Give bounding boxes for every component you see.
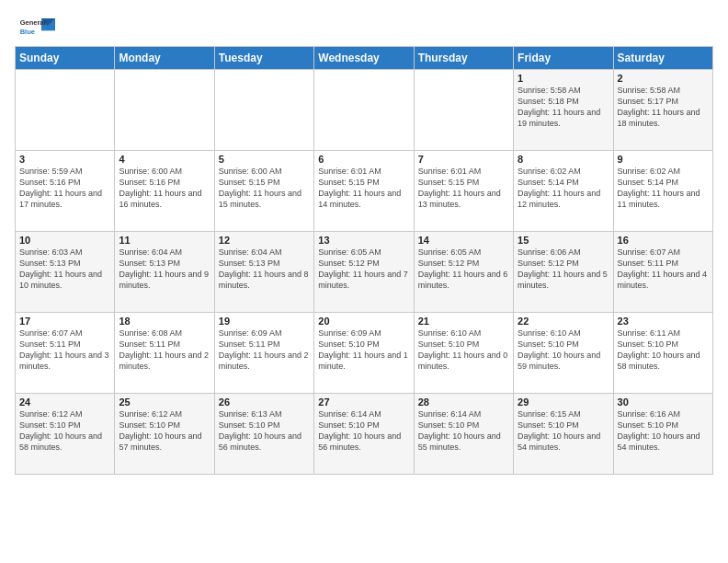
day-info: Sunrise: 6:03 AM Sunset: 5:13 PM Dayligh… (19, 247, 110, 292)
calendar-cell: 28Sunrise: 6:14 AM Sunset: 5:10 PM Dayli… (414, 394, 513, 475)
day-info: Sunrise: 6:14 AM Sunset: 5:10 PM Dayligh… (318, 408, 409, 454)
calendar-week-row: 1Sunrise: 5:58 AM Sunset: 5:18 PM Daylig… (16, 70, 713, 151)
calendar-cell: 2Sunrise: 5:58 AM Sunset: 5:17 PM Daylig… (613, 70, 712, 151)
calendar-cell: 1Sunrise: 5:58 AM Sunset: 5:18 PM Daylig… (514, 70, 613, 151)
logo-icon: General Blue (18, 15, 55, 40)
calendar-cell: 6Sunrise: 6:01 AM Sunset: 5:15 PM Daylig… (314, 151, 414, 232)
calendar-cell (314, 70, 414, 151)
day-number: 9 (618, 154, 709, 165)
calendar-cell: 3Sunrise: 5:59 AM Sunset: 5:16 PM Daylig… (16, 151, 115, 232)
calendar-cell: 7Sunrise: 6:01 AM Sunset: 5:15 PM Daylig… (414, 151, 513, 232)
day-info: Sunrise: 6:15 AM Sunset: 5:10 PM Dayligh… (518, 408, 609, 454)
calendar-cell: 10Sunrise: 6:03 AM Sunset: 5:13 PM Dayli… (16, 232, 115, 313)
day-info: Sunrise: 6:16 AM Sunset: 5:10 PM Dayligh… (618, 408, 709, 454)
calendar-week-row: 24Sunrise: 6:12 AM Sunset: 5:10 PM Dayli… (16, 394, 713, 475)
calendar-table: SundayMondayTuesdayWednesdayThursdayFrid… (15, 46, 713, 475)
day-number: 18 (119, 316, 210, 327)
day-number: 11 (119, 235, 210, 246)
calendar-cell: 5Sunrise: 6:00 AM Sunset: 5:15 PM Daylig… (214, 151, 313, 232)
day-info: Sunrise: 6:08 AM Sunset: 5:11 PM Dayligh… (119, 327, 210, 373)
calendar-cell: 22Sunrise: 6:10 AM Sunset: 5:10 PM Dayli… (514, 313, 613, 394)
day-info: Sunrise: 6:14 AM Sunset: 5:10 PM Dayligh… (418, 408, 509, 454)
day-number: 4 (119, 154, 210, 165)
day-number: 7 (418, 154, 509, 165)
day-number: 23 (618, 316, 709, 327)
day-info: Sunrise: 6:12 AM Sunset: 5:10 PM Dayligh… (19, 408, 110, 454)
day-number: 20 (318, 316, 409, 327)
calendar-cell: 9Sunrise: 6:02 AM Sunset: 5:14 PM Daylig… (613, 151, 712, 232)
day-number: 19 (219, 316, 310, 327)
calendar-cell: 8Sunrise: 6:02 AM Sunset: 5:14 PM Daylig… (514, 151, 613, 232)
day-info: Sunrise: 6:13 AM Sunset: 5:10 PM Dayligh… (219, 408, 310, 454)
day-info: Sunrise: 6:07 AM Sunset: 5:11 PM Dayligh… (618, 247, 709, 292)
weekday-header-wednesday: Wednesday (314, 47, 414, 70)
day-number: 8 (518, 154, 609, 165)
calendar-cell: 12Sunrise: 6:04 AM Sunset: 5:13 PM Dayli… (214, 232, 313, 313)
day-info: Sunrise: 6:05 AM Sunset: 5:12 PM Dayligh… (318, 247, 409, 292)
day-info: Sunrise: 6:04 AM Sunset: 5:13 PM Dayligh… (219, 247, 310, 292)
logo: General Blue (15, 15, 55, 40)
day-info: Sunrise: 5:59 AM Sunset: 5:16 PM Dayligh… (19, 166, 110, 211)
day-info: Sunrise: 6:04 AM Sunset: 5:13 PM Dayligh… (119, 247, 210, 292)
calendar-cell: 19Sunrise: 6:09 AM Sunset: 5:11 PM Dayli… (214, 313, 313, 394)
day-info: Sunrise: 6:07 AM Sunset: 5:11 PM Dayligh… (19, 327, 110, 373)
weekday-header-tuesday: Tuesday (214, 47, 313, 70)
weekday-header-thursday: Thursday (414, 47, 513, 70)
day-number: 3 (19, 154, 110, 165)
calendar-cell: 11Sunrise: 6:04 AM Sunset: 5:13 PM Dayli… (115, 232, 214, 313)
day-number: 5 (219, 154, 310, 165)
day-info: Sunrise: 5:58 AM Sunset: 5:17 PM Dayligh… (618, 85, 709, 130)
day-info: Sunrise: 6:09 AM Sunset: 5:11 PM Dayligh… (219, 327, 310, 373)
calendar-cell: 29Sunrise: 6:15 AM Sunset: 5:10 PM Dayli… (514, 394, 613, 475)
calendar-cell: 16Sunrise: 6:07 AM Sunset: 5:11 PM Dayli… (613, 232, 712, 313)
calendar-cell: 26Sunrise: 6:13 AM Sunset: 5:10 PM Dayli… (214, 394, 313, 475)
calendar-cell: 4Sunrise: 6:00 AM Sunset: 5:16 PM Daylig… (115, 151, 214, 232)
calendar-cell: 30Sunrise: 6:16 AM Sunset: 5:10 PM Dayli… (613, 394, 712, 475)
day-number: 1 (518, 73, 609, 84)
calendar-cell (16, 70, 115, 151)
calendar-cell (214, 70, 313, 151)
day-number: 24 (19, 396, 110, 408)
calendar-week-row: 17Sunrise: 6:07 AM Sunset: 5:11 PM Dayli… (16, 313, 713, 394)
day-info: Sunrise: 6:09 AM Sunset: 5:10 PM Dayligh… (318, 327, 409, 373)
day-info: Sunrise: 6:00 AM Sunset: 5:16 PM Dayligh… (119, 166, 210, 211)
calendar-cell: 15Sunrise: 6:06 AM Sunset: 5:12 PM Dayli… (514, 232, 613, 313)
day-number: 6 (318, 154, 409, 165)
day-info: Sunrise: 6:10 AM Sunset: 5:10 PM Dayligh… (518, 327, 609, 373)
day-number: 14 (418, 235, 509, 246)
day-info: Sunrise: 5:58 AM Sunset: 5:18 PM Dayligh… (518, 85, 609, 130)
calendar-week-row: 10Sunrise: 6:03 AM Sunset: 5:13 PM Dayli… (16, 232, 713, 313)
calendar-cell: 20Sunrise: 6:09 AM Sunset: 5:10 PM Dayli… (314, 313, 414, 394)
weekday-header-saturday: Saturday (613, 47, 712, 70)
calendar-cell: 27Sunrise: 6:14 AM Sunset: 5:10 PM Dayli… (314, 394, 414, 475)
svg-text:General: General (20, 19, 46, 28)
calendar-cell: 18Sunrise: 6:08 AM Sunset: 5:11 PM Dayli… (115, 313, 214, 394)
day-info: Sunrise: 6:02 AM Sunset: 5:14 PM Dayligh… (518, 166, 609, 211)
day-number: 28 (418, 396, 509, 408)
calendar-cell: 21Sunrise: 6:10 AM Sunset: 5:10 PM Dayli… (414, 313, 513, 394)
day-number: 2 (618, 73, 709, 84)
calendar-cell: 14Sunrise: 6:05 AM Sunset: 5:12 PM Dayli… (414, 232, 513, 313)
day-number: 12 (219, 235, 310, 246)
day-number: 25 (119, 396, 210, 408)
day-info: Sunrise: 6:05 AM Sunset: 5:12 PM Dayligh… (418, 247, 509, 292)
day-info: Sunrise: 6:12 AM Sunset: 5:10 PM Dayligh… (119, 408, 210, 454)
day-number: 15 (518, 235, 609, 246)
calendar-cell: 25Sunrise: 6:12 AM Sunset: 5:10 PM Dayli… (115, 394, 214, 475)
day-info: Sunrise: 6:10 AM Sunset: 5:10 PM Dayligh… (418, 327, 509, 373)
day-info: Sunrise: 6:11 AM Sunset: 5:10 PM Dayligh… (618, 327, 709, 373)
day-info: Sunrise: 6:00 AM Sunset: 5:15 PM Dayligh… (219, 166, 310, 211)
day-number: 27 (318, 396, 409, 408)
svg-text:Blue: Blue (20, 28, 35, 36)
day-number: 10 (19, 235, 110, 246)
day-number: 13 (318, 235, 409, 246)
day-info: Sunrise: 6:01 AM Sunset: 5:15 PM Dayligh… (418, 166, 509, 211)
day-info: Sunrise: 6:02 AM Sunset: 5:14 PM Dayligh… (618, 166, 709, 211)
calendar-week-row: 3Sunrise: 5:59 AM Sunset: 5:16 PM Daylig… (16, 151, 713, 232)
weekday-header-monday: Monday (115, 47, 214, 70)
day-info: Sunrise: 6:06 AM Sunset: 5:12 PM Dayligh… (518, 247, 609, 292)
day-number: 26 (219, 396, 310, 408)
weekday-header-row: SundayMondayTuesdayWednesdayThursdayFrid… (16, 47, 713, 70)
calendar-cell: 17Sunrise: 6:07 AM Sunset: 5:11 PM Dayli… (16, 313, 115, 394)
calendar-cell (414, 70, 513, 151)
